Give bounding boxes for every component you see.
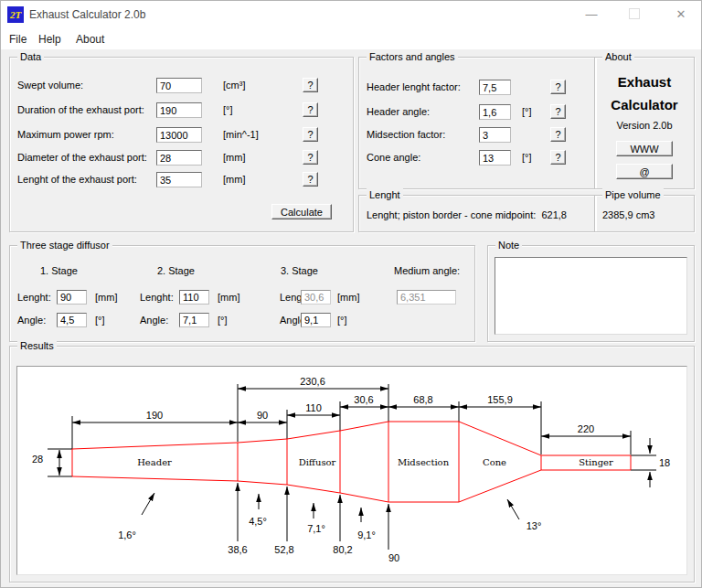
stage2-header: 2. Stage	[157, 264, 195, 277]
header-angle-label: Header angle:	[367, 105, 430, 118]
max-rpm-unit: [min^-1]	[223, 128, 259, 141]
stage1-angle-input[interactable]	[57, 313, 87, 327]
port-lenght-help-button[interactable]: ?	[303, 172, 318, 187]
stage2-angle-input[interactable]	[179, 313, 209, 327]
stage1-lenght-unit: [mm]	[95, 291, 117, 304]
stage3-angle-unit: [°]	[337, 314, 347, 326]
angle-stage2-label: 7,1°	[307, 523, 325, 534]
swept-volume-help-button[interactable]: ?	[303, 78, 318, 92]
data-group-title: Data	[17, 50, 44, 63]
stage3-lenght-unit: [mm]	[337, 291, 359, 304]
stage1-header: 1. Stage	[40, 264, 78, 277]
section-label-diffusor: Diffusor	[299, 457, 336, 467]
maximize-button[interactable]	[619, 0, 650, 27]
minimize-button[interactable]: —	[576, 0, 607, 27]
section-label-cone: Cone	[483, 457, 506, 467]
medium-angle-label: Medium angle:	[394, 264, 460, 277]
midsection-factor-help-button[interactable]: ?	[550, 127, 566, 142]
swept-volume-unit: [cm³]	[223, 79, 245, 91]
angle-stage1-label: 4,5°	[249, 516, 267, 527]
header-angle-help-button[interactable]: ?	[550, 104, 566, 119]
pipe-volume-group-title: Pipe volume	[602, 188, 664, 201]
diffusor-group-title: Three stage diffusor	[17, 239, 112, 251]
header-factor-label: Header lenght factor:	[367, 80, 461, 93]
max-rpm-help-button[interactable]: ?	[303, 127, 318, 142]
section-label-midsection: Midsection	[398, 457, 450, 467]
maximize-icon	[629, 8, 640, 19]
menu-file[interactable]: File	[9, 33, 27, 46]
duration-help-button[interactable]: ?	[303, 102, 318, 117]
diameter-stage3-value: 80,2	[333, 544, 352, 555]
dim-stinger: 220	[578, 423, 594, 434]
app-icon: 2T	[7, 6, 24, 23]
cone-angle-label: Cone angle:	[367, 151, 420, 164]
www-button[interactable]: WWW	[616, 141, 673, 156]
note-textarea[interactable]	[495, 257, 687, 335]
midsection-factor-label: Midsection factor:	[367, 128, 445, 141]
lenght-group: Lenght Lenght; piston border - cone midp…	[358, 195, 596, 232]
menu-about[interactable]: About	[76, 33, 104, 46]
stage1-lenght-label: Lenght:	[17, 291, 51, 304]
stage3-header: 3. Stage	[281, 264, 318, 277]
menu-bar: File Help About	[0, 28, 702, 49]
cone-angle-help-button[interactable]: ?	[550, 150, 566, 165]
port-diameter-help-button[interactable]: ?	[303, 150, 318, 165]
window-title: Exhaust Calculator 2.0b	[29, 8, 145, 21]
stage3-angle-input[interactable]	[301, 313, 331, 327]
cone-angle-input[interactable]	[479, 150, 511, 166]
close-button[interactable]: ✕	[665, 0, 697, 27]
about-app-name-line1: Exhaust	[595, 74, 694, 90]
header-angle-input[interactable]	[479, 104, 511, 120]
stage1-lenght-input[interactable]	[57, 290, 87, 305]
about-version: Version 2.0b	[595, 120, 694, 131]
stage2-angle-label: Angle:	[140, 314, 168, 326]
about-group-title: About	[602, 50, 634, 63]
angle-cone-label: 13°	[526, 520, 542, 531]
diameter-midsection-value: 90	[388, 552, 399, 563]
pipe-diagram: 230,6 190 90 110 30,6 68,8 155,9 220 28 …	[17, 367, 686, 574]
diameter-stage1-value: 38,6	[228, 544, 247, 555]
factors-group-title: Factors and angles	[367, 50, 458, 63]
header-factor-input[interactable]	[479, 80, 511, 95]
port-diameter-label: Diameter of the exhaust port:	[17, 151, 147, 164]
note-group: Note	[487, 245, 695, 342]
about-app-name-line2: Calculator	[595, 97, 694, 112]
note-group-title: Note	[495, 239, 522, 251]
header-factor-help-button[interactable]: ?	[550, 80, 566, 94]
email-button[interactable]: @	[616, 164, 673, 179]
max-rpm-input[interactable]	[156, 127, 202, 143]
midsection-factor-input[interactable]	[479, 127, 511, 143]
stage2-lenght-input[interactable]	[179, 290, 209, 305]
dim-stinger-diameter: 18	[659, 457, 670, 468]
pipe-volume-group: Pipe volume 2385,9 cm3	[594, 195, 695, 232]
data-group: Data Swept volume: [cm³] ? Duration of t…	[9, 57, 354, 232]
calculate-button[interactable]: Calculate	[271, 204, 332, 219]
callout-arrows	[142, 483, 519, 550]
angle-stage3-label: 9,1°	[357, 529, 376, 540]
menu-help[interactable]: Help	[38, 33, 61, 46]
pipe-volume-readout: 2385,9 cm3	[602, 208, 654, 221]
angle-header-label: 1,6°	[118, 529, 136, 540]
dim-stage1: 90	[257, 410, 268, 421]
duration-input[interactable]	[156, 102, 202, 118]
stage2-lenght-label: Lenght:	[140, 291, 174, 304]
dim-header: 190	[146, 410, 163, 421]
dim-midsection: 68,8	[413, 394, 432, 405]
dim-stage2: 110	[305, 402, 322, 413]
port-diameter-input[interactable]	[156, 150, 202, 166]
dim-stage3: 30,6	[354, 394, 373, 405]
port-lenght-input[interactable]	[156, 172, 202, 187]
header-angle-unit: [°]	[522, 105, 532, 118]
duration-label: Duration of the exhaust port:	[17, 103, 144, 116]
max-rpm-label: Maximum power rpm:	[17, 128, 114, 141]
factors-group: Factors and angles Header lenght factor:…	[358, 57, 596, 189]
stage3-lenght-input	[301, 290, 331, 305]
dim-cone: 155,9	[487, 394, 513, 405]
stage2-lenght-unit: [mm]	[218, 291, 239, 304]
diffusor-group: Three stage diffusor 1. Stage 2. Stage 3…	[9, 245, 475, 342]
medium-angle-output	[397, 290, 456, 305]
swept-volume-label: Swept volume:	[17, 79, 83, 91]
results-group-title: Results	[17, 339, 57, 352]
lenght-group-title: Lenght	[367, 188, 403, 201]
swept-volume-input[interactable]	[156, 78, 202, 93]
